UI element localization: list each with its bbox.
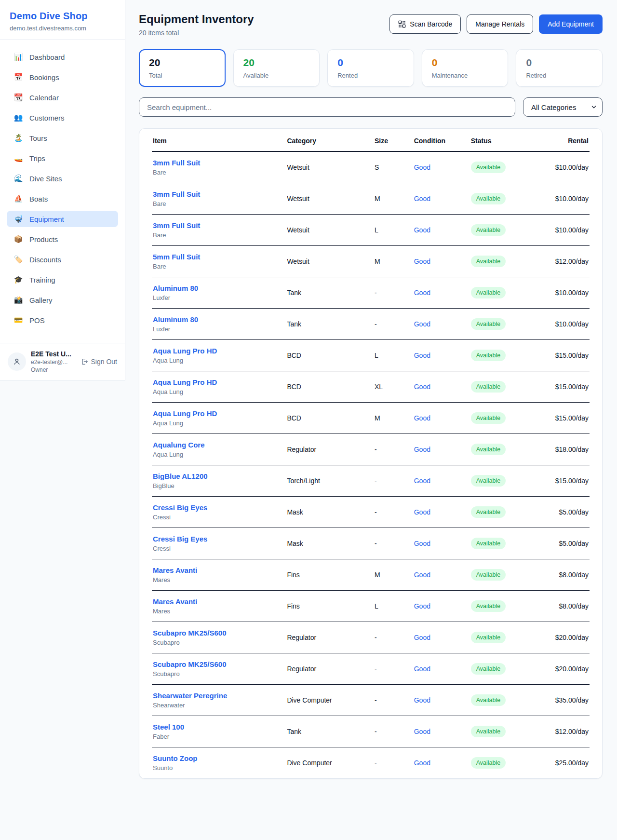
- sidebar-item-dive-sites[interactable]: 🌊 Dive Sites: [7, 170, 118, 187]
- condition-cell: Good: [410, 591, 467, 622]
- item-brand: Cressi: [153, 514, 279, 521]
- status-cell: Available: [467, 685, 541, 716]
- rental-cell: $35.00/day: [541, 685, 590, 716]
- item-name-link[interactable]: Aqua Lung Pro HD: [153, 347, 279, 355]
- stat-card-retired[interactable]: 0 Retired: [516, 49, 603, 87]
- status-cell: Available: [467, 716, 541, 747]
- condition-link[interactable]: Good: [414, 320, 430, 328]
- condition-link[interactable]: Good: [414, 163, 430, 171]
- sidebar-item-trips[interactable]: 🚤 Trips: [7, 150, 118, 166]
- category-select[interactable]: All Categories: [523, 97, 603, 117]
- stat-card-available[interactable]: 20 Available: [233, 49, 320, 87]
- stat-card-total[interactable]: 20 Total: [139, 49, 226, 87]
- item-name-link[interactable]: Mares Avanti: [153, 597, 279, 606]
- item-name-link[interactable]: Aqua Lung Pro HD: [153, 409, 279, 418]
- item-name-link[interactable]: BigBlue AL1200: [153, 472, 279, 480]
- item-cell: Aqua Lung Pro HD Aqua Lung: [152, 340, 283, 371]
- item-cell: Steel 100 Faber: [152, 716, 283, 747]
- scan-barcode-button[interactable]: Scan Barcode: [389, 14, 461, 34]
- condition-link[interactable]: Good: [414, 540, 430, 547]
- item-name-link[interactable]: Cressi Big Eyes: [153, 503, 279, 512]
- sidebar-item-calendar[interactable]: 📆 Calendar: [7, 89, 118, 106]
- nav-item-icon: 📆: [13, 93, 23, 102]
- rental-price: $12.00/day: [555, 728, 589, 735]
- item-name-link[interactable]: Cressi Big Eyes: [153, 535, 279, 543]
- sidebar-item-discounts[interactable]: 🏷️ Discounts: [7, 251, 118, 268]
- item-name-link[interactable]: Shearwater Peregrine: [153, 691, 279, 700]
- condition-link[interactable]: Good: [414, 696, 430, 704]
- item-name-link[interactable]: Scubapro MK25/S600: [153, 629, 279, 637]
- condition-link[interactable]: Good: [414, 226, 430, 234]
- condition-link[interactable]: Good: [414, 477, 430, 485]
- condition-link[interactable]: Good: [414, 257, 430, 265]
- condition-link[interactable]: Good: [414, 508, 430, 516]
- add-equipment-button[interactable]: Add Equipment: [539, 14, 603, 34]
- condition-link[interactable]: Good: [414, 571, 430, 579]
- condition-link[interactable]: Good: [414, 352, 430, 359]
- sidebar-item-pos[interactable]: 💳 POS: [7, 312, 118, 328]
- barcode-scan-icon: [398, 20, 406, 28]
- manage-rentals-label: Manage Rentals: [475, 20, 524, 28]
- sidebar-item-customers[interactable]: 👥 Customers: [7, 109, 118, 126]
- item-name-link[interactable]: Aqua Lung Pro HD: [153, 378, 279, 386]
- sidebar-item-boats[interactable]: ⛵ Boats: [7, 190, 118, 207]
- search-input[interactable]: [139, 97, 515, 117]
- item-cell: Mares Avanti Mares: [152, 559, 283, 591]
- item-name-link[interactable]: Aluminum 80: [153, 284, 279, 292]
- status-cell: Available: [467, 246, 541, 277]
- sidebar-item-dashboard[interactable]: 📊 Dashboard: [7, 49, 118, 65]
- rental-cell: $18.00/day: [541, 434, 590, 465]
- category-cell: Regulator: [283, 653, 371, 685]
- condition-link[interactable]: Good: [414, 602, 430, 610]
- condition-link[interactable]: Good: [414, 414, 430, 422]
- item-name-link[interactable]: Mares Avanti: [153, 566, 279, 574]
- item-name-link[interactable]: Aluminum 80: [153, 315, 279, 324]
- condition-cell: Good: [410, 434, 467, 465]
- condition-link[interactable]: Good: [414, 383, 430, 391]
- sign-out-button[interactable]: Sign Out: [80, 358, 117, 366]
- condition-link[interactable]: Good: [414, 665, 430, 673]
- nav-item-icon: 🌊: [13, 174, 23, 183]
- condition-link[interactable]: Good: [414, 728, 430, 735]
- rental-cell: $8.00/day: [541, 559, 590, 591]
- item-name-link[interactable]: 5mm Full Suit: [153, 253, 279, 261]
- stat-card-maintenance[interactable]: 0 Maintenance: [422, 49, 509, 87]
- item-cell: Mares Avanti Mares: [152, 591, 283, 622]
- status-badge: Available: [471, 506, 506, 518]
- item-name-link[interactable]: Steel 100: [153, 723, 279, 731]
- sidebar-item-bookings[interactable]: 📅 Bookings: [7, 69, 118, 85]
- item-cell: BigBlue AL1200 BigBlue: [152, 465, 283, 497]
- item-name-link[interactable]: Scubapro MK25/S600: [153, 660, 279, 668]
- size-cell: -: [371, 716, 410, 747]
- stat-value: 20: [149, 57, 215, 68]
- sidebar-item-training[interactable]: 🎓 Training: [7, 271, 118, 288]
- category-cell: Fins: [283, 591, 371, 622]
- condition-link[interactable]: Good: [414, 289, 430, 297]
- table-row: Aqua Lung Pro HD Aqua Lung BCD XL Good A…: [152, 371, 590, 403]
- brand-block: Demo Dive Shop demo.test.divestreams.com: [0, 0, 125, 40]
- item-brand: Aqua Lung: [153, 388, 279, 395]
- table-row: Shearwater Peregrine Shearwater Dive Com…: [152, 685, 590, 716]
- condition-link[interactable]: Good: [414, 759, 430, 767]
- rental-price: $12.00/day: [555, 257, 589, 265]
- manage-rentals-button[interactable]: Manage Rentals: [467, 14, 533, 34]
- item-name-link[interactable]: Aqualung Core: [153, 441, 279, 449]
- status-badge: Available: [471, 600, 506, 612]
- size-cell: -: [371, 747, 410, 779]
- stat-card-rented[interactable]: 0 Rented: [327, 49, 414, 87]
- item-name-link[interactable]: 3mm Full Suit: [153, 221, 279, 230]
- condition-link[interactable]: Good: [414, 195, 430, 203]
- condition-link[interactable]: Good: [414, 634, 430, 641]
- condition-link[interactable]: Good: [414, 446, 430, 453]
- status-badge: Available: [471, 632, 506, 643]
- item-cell: 3mm Full Suit Bare: [152, 183, 283, 215]
- item-name-link[interactable]: Suunto Zoop: [153, 754, 279, 762]
- sidebar-item-tours[interactable]: 🏝️ Tours: [7, 130, 118, 146]
- sidebar-item-equipment[interactable]: 🤿 Equipment: [7, 211, 118, 227]
- status-cell: Available: [467, 215, 541, 246]
- rental-price: $10.00/day: [555, 320, 589, 328]
- sidebar-item-gallery[interactable]: 📸 Gallery: [7, 292, 118, 308]
- item-name-link[interactable]: 3mm Full Suit: [153, 159, 279, 167]
- sidebar-item-products[interactable]: 📦 Products: [7, 231, 118, 247]
- item-name-link[interactable]: 3mm Full Suit: [153, 190, 279, 198]
